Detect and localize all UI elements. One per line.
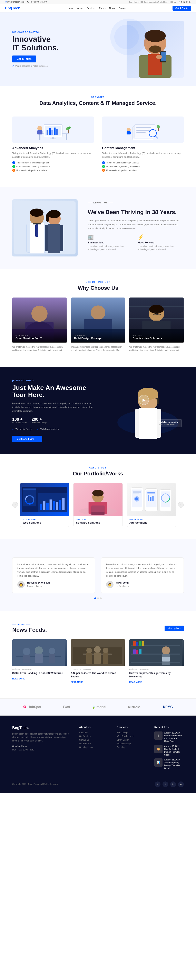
facebook-icon[interactable]: f (180, 1, 180, 3)
news-comments-3: 2 Comments (139, 668, 149, 670)
nav-services[interactable]: Services (87, 7, 96, 10)
why-section: USE US, WHY NOT Why Choose Us (0, 269, 196, 367)
footer-recent: Recent Post 🖥 August 10, 2020 Four Gener… (155, 726, 184, 772)
footer-link-about-us[interactable]: About Us (79, 732, 108, 734)
footer-instagram-icon[interactable]: in (170, 781, 176, 787)
footer-link-contact[interactable]: Contact Us (79, 739, 108, 741)
footer-link-uiux[interactable]: UI/UX Design (117, 739, 146, 741)
check-feature-icon-1: ✔ (12, 428, 14, 431)
footer-post-title-2[interactable]: How To Build A Design Team By Good (164, 748, 184, 756)
footer-services-links: Web Design Web Development UI/UX Design … (117, 732, 146, 748)
top-bar: ✉ info@bngtech.com 📞 +974 800 734 799 Op… (0, 0, 196, 4)
svg-rect-15 (49, 128, 51, 135)
news-meta-2: Business 3 Comments (71, 668, 125, 670)
news-read-more-3[interactable]: READ MORE (129, 681, 142, 683)
why-grid: IT SERVICES Great Solution For IT. We an… (12, 297, 184, 355)
svg-rect-104 (132, 492, 141, 493)
play-button[interactable]: ▶ (139, 395, 149, 405)
why-card-category-1: IT SERVICES (16, 334, 64, 336)
view-updates-button[interactable]: View Updates (164, 625, 184, 631)
dot-3[interactable] (100, 597, 102, 599)
footer-link-product[interactable]: Product Design (117, 743, 146, 745)
services-section: SERVICES Data Analytics, Content & IT Ma… (0, 86, 196, 187)
svg-rect-16 (51, 130, 53, 135)
news-img-3: 20 (129, 639, 184, 666)
dot-1[interactable] (94, 597, 96, 599)
footer-hours: Opening Hours Mon – Sat: 10:00 – 6:30 (12, 745, 71, 751)
portfolio-grid: WEB DESIGN Web Solutions (20, 483, 176, 527)
footer-post-date-2: August 15, 2021 (164, 745, 184, 748)
svg-point-48 (48, 210, 61, 218)
news-read-more-1[interactable]: READ MORE (12, 678, 25, 680)
content-illustration (102, 116, 184, 143)
footer-link-our-services[interactable]: Our Services (79, 735, 108, 737)
news-grid: 20 Busines (12, 639, 184, 686)
hero-cta-button[interactable]: Get In Touch (12, 56, 36, 62)
portfolio-img-3 (127, 483, 176, 516)
portfolio-prev-button[interactable]: ‹ (12, 502, 18, 508)
svg-point-52 (32, 305, 48, 322)
portfolio-card-2: SOFTWARE Software Solutions (73, 483, 123, 527)
dot-2[interactable] (97, 597, 99, 599)
footer: BngTech. Lorem ipsum dolor sit amet, con… (0, 716, 196, 793)
linkedin-icon[interactable]: in (183, 1, 185, 3)
portfolio-body-3: APP DESIGN App Solutions (127, 516, 176, 527)
svg-rect-91 (49, 500, 52, 510)
youtube-icon[interactable]: ▶ (190, 1, 191, 3)
check-icon-3: ✓ (12, 169, 15, 172)
footer-twitter-icon[interactable]: t (163, 781, 168, 787)
why-card-1: IT SERVICES Great Solution For IT. We an… (12, 297, 67, 355)
footer-youtube-icon[interactable]: ▶ (178, 781, 184, 787)
why-card-body-3: We anatomize merge two fear components, … (129, 343, 184, 355)
about-people-svg (14, 201, 75, 255)
googleplus-icon[interactable]: g+ (186, 1, 188, 3)
footer-link-hours[interactable]: Opening Hours (79, 746, 108, 748)
twitter-icon[interactable]: t (181, 1, 182, 3)
svg-rect-132 (86, 653, 92, 664)
nav-home[interactable]: Home (68, 7, 73, 10)
cta-started-button[interactable]: Get Started Now → (12, 436, 42, 442)
content-list: ✓ The Information Technology updates ✓ O… (102, 161, 184, 172)
portfolio-label-2: SOFTWARE (76, 518, 120, 520)
hero-section: WELCOME TO BNGTECH Innovative IT Solutio… (0, 13, 196, 86)
partner-mondi: 🍃 mondi (92, 705, 106, 709)
portfolio-next-button[interactable]: › (178, 502, 184, 508)
nav-about[interactable]: About (77, 7, 83, 10)
about-features: 🏢 Business Idea Lorem ipsum dolor sit am… (88, 234, 184, 255)
footer-post-title-3[interactable]: Three Steps By Design Team By Good (164, 761, 184, 770)
partner-pied: Pied (63, 705, 70, 709)
svg-rect-112 (150, 497, 151, 501)
nav-contact[interactable]: Contact (118, 7, 126, 10)
svg-rect-133 (94, 652, 100, 664)
analytics-list-text-3: IT professionals perform a variatu (16, 169, 47, 172)
svg-rect-36 (127, 131, 131, 134)
footer-facebook-icon[interactable]: f (155, 781, 161, 787)
partners-grid: ⚙ HubSpot Pied 🍃 mondi business· KPMG (12, 705, 184, 709)
portfolio-body-1: WEB DESIGN Web Solutions (20, 516, 69, 527)
footer-about-links: About Us Our Services Contact Us Our Por… (79, 732, 108, 748)
partner-hubspot: ⚙ HubSpot (23, 705, 41, 709)
cta-image-area: ▶ Web Documentation Best service award (112, 382, 184, 439)
footer-link-web-dev[interactable]: Web Development (117, 735, 146, 737)
cta-stat-num-2: 200 + (32, 417, 47, 422)
footer-post-title-1[interactable]: Four Generic Web App That is To Make Goo… (164, 734, 184, 743)
get-quote-button[interactable]: Get A Quote (172, 6, 191, 11)
author-info-1: Roseline D. William Business Author (27, 581, 50, 588)
about-tag: ABOUT US (88, 201, 184, 205)
news-body-1: Business 3 Comments Better Error Handlin… (12, 666, 67, 683)
footer-link-portfolio[interactable]: Our Portfolio (79, 743, 108, 745)
check-icon-5: ✓ (102, 165, 105, 168)
svg-rect-125 (49, 654, 55, 663)
news-read-more-2[interactable]: READ MORE (71, 681, 83, 683)
nav-pages[interactable]: Pages (99, 7, 105, 10)
cta-feature-text-2: Web Documentiation (40, 428, 59, 430)
nav-links: Home About Services Pages News Contact (68, 7, 126, 10)
why-card-wrapper-2: DEVELOPMENT Build Design Concept. (71, 297, 125, 343)
hero-title-line2: IT Solutions. (12, 43, 59, 52)
cta-features: ✔ Watercolor Design ✔ Web Documentiation (12, 428, 94, 431)
footer-link-branding[interactable]: Branding (117, 746, 146, 748)
about-content: ABOUT US We've Been Thriving In 38 Years… (88, 201, 184, 255)
nav-news[interactable]: News (109, 7, 115, 10)
footer-link-web-design[interactable]: Web Design (117, 732, 146, 734)
svg-rect-111 (148, 495, 149, 501)
